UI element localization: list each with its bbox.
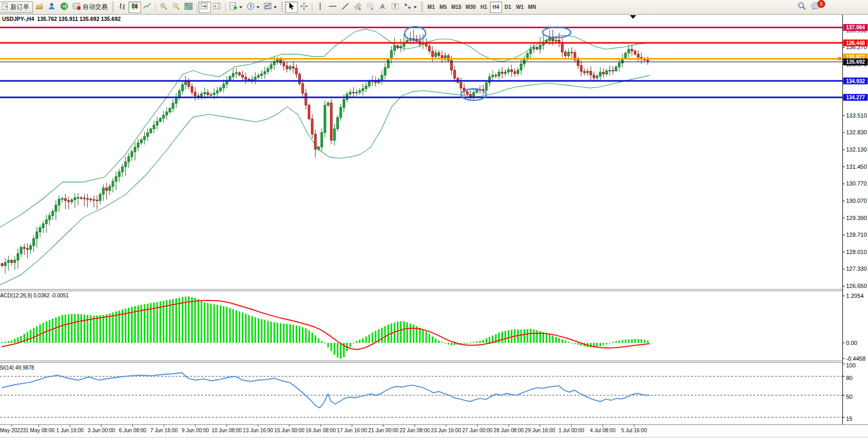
tile-windows-button[interactable] — [182, 2, 195, 13]
timeframe-button-H1[interactable]: H1 — [478, 2, 490, 13]
price-axis[interactable]: 136.950136.270135.570134.890134.190133.5… — [843, 14, 868, 424]
chevron-down-icon — [239, 6, 242, 10]
timeframe-button-H4[interactable]: H4 — [490, 2, 502, 13]
timeframe-button-W1[interactable]: W1 — [514, 2, 526, 13]
timeframe-button-D1[interactable]: D1 — [502, 2, 514, 13]
toolbar: 新订单 自动交易 — [0, 0, 868, 15]
macd-tick-label: -0.4458 — [846, 355, 865, 362]
timeframe-label: MN — [528, 4, 536, 10]
cursor-button[interactable] — [285, 2, 298, 13]
time-axis-label: May 2022 — [0, 428, 23, 433]
text-button[interactable]: A — [377, 2, 389, 13]
fibonacci-icon: F — [366, 2, 374, 13]
svg-text:137.064: 137.064 — [846, 25, 865, 30]
auto-scroll-icon — [201, 2, 209, 13]
crosshair-icon — [300, 2, 308, 13]
timeframe-button-M30[interactable]: M30 — [463, 2, 477, 13]
timeframe-label: W1 — [516, 4, 524, 10]
time-axis-label: 1 Jun 16:00 — [56, 428, 84, 433]
price-tick-label: 126.650 — [846, 283, 867, 289]
candlestick-chart-button[interactable] — [128, 2, 141, 13]
vertical-line-button[interactable] — [314, 2, 326, 13]
price-tick-label: 132.130 — [846, 146, 867, 153]
svg-text:A: A — [380, 3, 385, 10]
timeframe-button-M15[interactable]: M15 — [449, 2, 463, 13]
price-tick-label: 131.450 — [846, 164, 867, 170]
timeframe-button-M1[interactable]: M1 — [425, 2, 437, 13]
cursor-icon — [287, 2, 296, 13]
timeframe-label: H4 — [492, 4, 499, 10]
zoom-out-icon — [172, 2, 180, 13]
charts-button[interactable] — [33, 2, 45, 13]
community-button[interactable] — [45, 2, 58, 13]
time-axis-label: 21 Jun 00:00 — [368, 428, 398, 433]
auto-scroll-button[interactable] — [198, 2, 211, 13]
timeframe-group: M1M5M15M30H1H4D1W1MN — [425, 2, 538, 13]
svg-text:F: F — [371, 7, 373, 10]
chart-background — [0, 14, 868, 438]
rsi-tick-label: 100 — [846, 362, 855, 368]
price-badge-134.932: 134.932 — [843, 77, 868, 84]
line-chart-button[interactable] — [141, 2, 154, 13]
chart-title: USDJPY-,H4 135.762 135.911 135.692 135.6… — [2, 16, 121, 22]
time-axis-label: 28 Jun 08:00 — [494, 428, 524, 433]
timeframe-button-MN[interactable]: MN — [526, 2, 538, 13]
clock-icon — [247, 2, 255, 13]
trendline-button[interactable] — [339, 2, 351, 13]
timeframe-label: M15 — [451, 4, 461, 10]
notifications-button[interactable]: 1 — [808, 2, 823, 13]
toolbar-grip — [112, 2, 114, 13]
rsi-tick-label: 15 — [846, 416, 852, 422]
chevron-down-icon — [414, 6, 417, 10]
time-axis-label: 9 Jun 00:00 — [182, 428, 209, 433]
templates-button[interactable] — [262, 2, 279, 13]
templates-icon — [264, 2, 272, 13]
time-axis-label: 7 Jun 16:00 — [150, 428, 178, 433]
time-axis[interactable]: May 202231 May 08:001 Jun 16:003 Jun 00:… — [0, 426, 868, 438]
svg-text:E: E — [359, 7, 361, 10]
channel-icon: E — [354, 2, 362, 13]
rsi-tick-label: 50 — [846, 394, 852, 400]
indicators-icon — [229, 2, 238, 13]
chart-plot-area[interactable]: 136.950136.270135.570134.890134.190133.5… — [0, 0, 868, 438]
price-badge-136.448: 136.448 — [843, 40, 868, 47]
timeframe-label: D1 — [505, 4, 511, 10]
time-axis-label: 1 Jul 00:00 — [559, 428, 584, 433]
signals-button[interactable] — [58, 2, 71, 13]
macd-tick-label: 1.2054 — [846, 293, 864, 299]
price-tick-label: 127.330 — [846, 266, 867, 272]
timeframe-label: H1 — [480, 4, 487, 10]
equidistant-channel-button[interactable]: E — [351, 2, 364, 13]
svg-text:134.932: 134.932 — [846, 78, 865, 84]
chart-shift-icon — [213, 2, 221, 13]
svg-text:135.692: 135.692 — [846, 59, 865, 65]
crosshair-button[interactable] — [298, 2, 310, 13]
text-label-button[interactable]: T — [389, 2, 402, 13]
periods-button[interactable] — [244, 2, 262, 13]
candlestick-chart-icon — [131, 2, 139, 13]
horizontal-line-button[interactable] — [326, 2, 339, 13]
macd-tick-label: 0.00 — [846, 340, 857, 346]
bar-chart-button[interactable] — [116, 2, 128, 13]
time-axis-label: 29 Jun 16:00 — [525, 428, 555, 433]
arrows-button[interactable] — [402, 2, 419, 13]
time-axis-label: 27 Jun 00:00 — [462, 428, 492, 433]
indicators-button[interactable] — [227, 2, 244, 13]
search-button[interactable] — [795, 2, 808, 13]
autotrading-button[interactable]: 自动交易 — [71, 2, 110, 13]
time-axis-label: 15 Jun 00:00 — [274, 428, 304, 433]
gold-chart-icon — [35, 2, 43, 13]
chart-shift-button[interactable] — [211, 2, 224, 13]
horizontal-line-icon — [329, 2, 337, 13]
time-axis-label: 16 Jun 08:00 — [306, 428, 336, 433]
orange-line-endpoint-marker[interactable] — [838, 57, 841, 60]
zoom-out-button[interactable] — [170, 2, 182, 13]
trendline-icon — [341, 2, 349, 13]
time-axis-label: 31 May 08:00 — [23, 428, 55, 433]
fibonacci-button[interactable]: F — [364, 2, 377, 13]
zoom-in-button[interactable] — [157, 2, 170, 13]
timeframe-label: M30 — [465, 4, 475, 10]
macd-indicator-label: MACD(12,26,9) 0.0362 -0.0051 — [0, 293, 69, 298]
timeframe-button-M5[interactable]: M5 — [437, 2, 449, 13]
new-order-button[interactable]: 新订单 — [0, 2, 33, 13]
